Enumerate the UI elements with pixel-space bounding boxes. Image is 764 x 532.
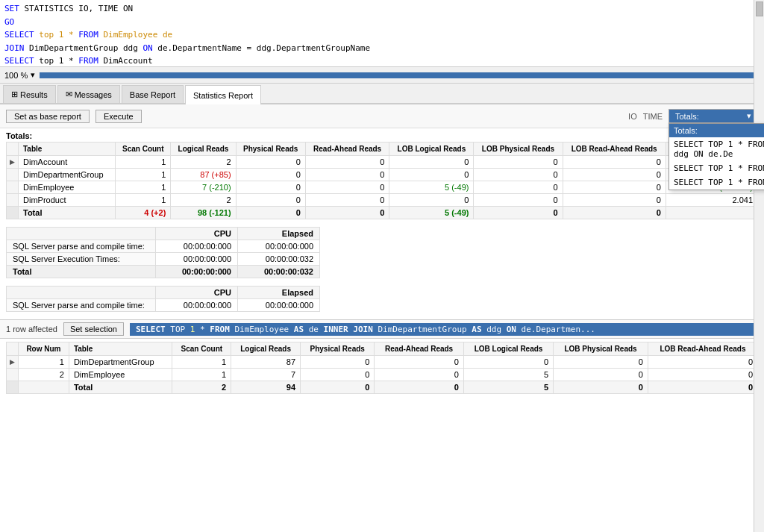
detail-lob-physical: 0: [554, 369, 648, 381]
detail-physical: 0: [301, 369, 375, 381]
detail-total-lob-physical: 0: [554, 381, 648, 394]
row-logical-reads: 87 (+85): [171, 169, 236, 181]
detail-col-arrow: [7, 342, 19, 356]
detail-col-table: Table: [69, 342, 172, 356]
dropdown-item-query1[interactable]: SELECT TOP 1 * FROM DimEmployee AS de IN…: [669, 137, 764, 161]
row-physical-reads: 0: [236, 194, 305, 207]
timing-col-cpu: CPU: [156, 228, 238, 240]
row-lob-logical: 0: [389, 156, 474, 169]
timing2-cpu: 00:00:00:000: [156, 299, 238, 312]
timing-cpu: 00:00:00:000: [156, 240, 238, 253]
detail-col-physical: Physical Reads: [301, 342, 375, 356]
vertical-scrollbar[interactable]: [754, 0, 764, 532]
detail-col-read-ahead: Read-Ahead Reads: [375, 342, 464, 356]
tab-statistics-report-label: Statistics Report: [193, 91, 253, 100]
detail-total-physical: 0: [301, 381, 375, 394]
detail-table-wrapper: Row Num Table Scan Count Logical Reads P…: [0, 342, 764, 397]
detail-lob-logical: 5: [463, 369, 553, 381]
dropdown-item-query3[interactable]: SELECT TOP 1 * FROM DimProduct;: [669, 175, 764, 190]
code-editor: SET STATISTICS IO, TIME ON GO SELECT top…: [0, 0, 764, 67]
timing2-col-elapsed: Elapsed: [238, 287, 320, 299]
total-lob-physical: 0: [474, 207, 563, 219]
tab-statistics-report[interactable]: Statistics Report: [185, 85, 261, 104]
detail-lob-physical: 0: [554, 356, 648, 369]
detail-tablename: DimDepartmentGroup: [69, 356, 172, 369]
col-header-arrow: [7, 143, 19, 156]
total-read-ahead: 0: [305, 207, 389, 219]
rows-affected-badge: 1 row affected: [6, 325, 57, 334]
detail-total-scan: 2: [172, 381, 231, 394]
row-table-name: DimEmployee: [19, 181, 116, 194]
timing-elapsed: 00:00:00:000: [238, 240, 320, 253]
app-container: SET STATISTICS IO, TIME ON GO SELECT top…: [0, 0, 764, 532]
row-physical-reads: 0: [236, 156, 305, 169]
detail-table-row: 2 DimEmployee 1 7 0 0 5 0 0: [7, 369, 758, 381]
row-scan-count: 1: [116, 169, 171, 181]
total-row: Total 4 (+2) 98 (-121) 0 0 5 (-49) 0 0: [7, 207, 758, 219]
detail-read-ahead: 0: [375, 356, 464, 369]
timing-elapsed: 00:00:00:032: [238, 253, 320, 266]
execute-button[interactable]: Execute: [96, 110, 142, 123]
col-header-lob-read-ahead: LOB Read-Ahead Reads: [563, 143, 666, 156]
detail-total-label: Total: [69, 381, 172, 394]
totals-dropdown[interactable]: Totals: ▾ Totals: SELECT TOP 1 * FROM Di…: [668, 109, 758, 123]
row-lob-read-ahead: 0: [563, 156, 666, 169]
tab-base-report[interactable]: Base Report: [122, 85, 184, 103]
row-scan-count: 1: [116, 194, 171, 207]
detail-logical: 7: [231, 369, 301, 381]
set-selection-button[interactable]: Set selection: [63, 322, 124, 336]
timing-label: SQL Server Execution Times:: [7, 253, 156, 266]
row-logical-reads: 2: [171, 156, 236, 169]
row-lob-physical: 0: [474, 194, 563, 207]
detail-arrow: [7, 369, 19, 381]
col-header-scan-count: Scan Count: [116, 143, 171, 156]
tab-base-report-label: Base Report: [130, 90, 175, 99]
col-header-logical-reads: Logical Reads: [171, 143, 236, 156]
dropdown-item-totals[interactable]: Totals:: [669, 124, 764, 137]
row-physical-reads: 0: [236, 181, 305, 194]
timing-col-label: [7, 228, 156, 240]
row-table-name: DimProduct: [19, 194, 116, 207]
timing-total-cpu: 00:00:00:000: [156, 266, 238, 278]
selection-bar: 1 row affected Set selection SELECT TOP …: [0, 319, 764, 339]
total-logical-reads: 98 (-121): [171, 207, 236, 219]
row-lob-logical: 5 (-49): [389, 181, 474, 194]
timing-label: SQL Server parse and compile time:: [7, 240, 156, 253]
detail-scan: 1: [172, 369, 231, 381]
total-lob-read-ahead: 0: [563, 207, 666, 219]
detail-rownum: 1: [19, 356, 69, 369]
row-lob-read-ahead: 0: [563, 169, 666, 181]
row-read-ahead: 0: [305, 169, 389, 181]
timing-total-label: Total: [7, 266, 156, 278]
row-lob-physical: 0: [474, 169, 563, 181]
dropdown-item-query2[interactable]: SELECT TOP 1 * FROM DimAccount;: [669, 161, 764, 175]
row-lob-logical: 0: [389, 169, 474, 181]
set-base-report-button[interactable]: Set as base report: [6, 110, 90, 123]
tab-messages[interactable]: ✉ Messages: [57, 85, 120, 103]
dropdown-menu: Totals: SELECT TOP 1 * FROM DimEmployee …: [668, 123, 764, 190]
col-header-table: Table: [19, 143, 116, 156]
detail-rownum: 2: [19, 369, 69, 381]
row-lob-physical: 0: [474, 156, 563, 169]
editor-line-2: GO: [4, 16, 760, 29]
detail-col-scan: Scan Count: [172, 342, 231, 356]
detail-total-rownum: [19, 381, 69, 394]
timing-table-2-wrapper: CPU Elapsed SQL Server parse and compile…: [0, 286, 764, 315]
editor-line-3: SELECT top 1 * FROM DimEmployee de: [4, 28, 760, 42]
detail-tablename: DimEmployee: [69, 369, 172, 381]
total-row-label: Total: [19, 207, 116, 219]
editor-line-5: SELECT top 1 * FROM DimAccount: [4, 54, 760, 67]
tab-results[interactable]: ⊞ Results: [3, 85, 56, 103]
totals-section-label: Totals:: [0, 128, 764, 142]
row-table-name: DimDepartmentGroup: [19, 169, 116, 181]
zoom-dropdown-icon[interactable]: ▾: [31, 70, 35, 80]
zoom-bar: 100 % ▾: [0, 67, 764, 84]
detail-read-ahead: 0: [375, 369, 464, 381]
total-row-arrow: [7, 207, 19, 219]
message-icon: ✉: [66, 90, 72, 99]
row-lob-physical: 0: [474, 181, 563, 194]
editor-line-4: JOIN DimDepartmentGroup ddg ON de.Depart…: [4, 42, 760, 55]
col-header-read-ahead: Read-Ahead Reads: [305, 143, 389, 156]
detail-total-lob-read-ahead: 0: [648, 381, 757, 394]
detail-col-lob-physical: LOB Physical Reads: [554, 342, 648, 356]
